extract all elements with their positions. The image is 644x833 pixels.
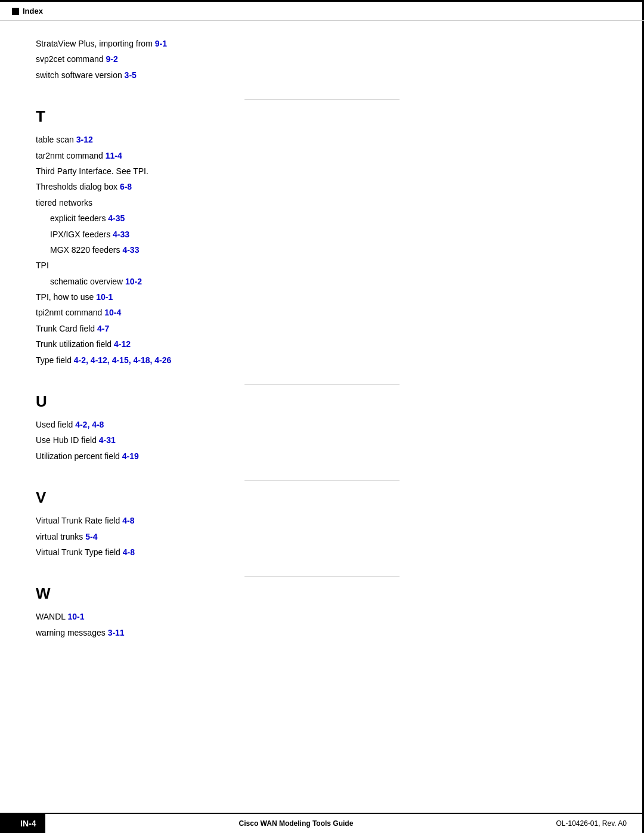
footer-title: Cisco WAN Modeling Tools Guide: [239, 819, 354, 828]
list-item: StrataView Plus, importing from 9-1: [36, 37, 608, 50]
list-item: Use Hub ID field 4-31: [36, 433, 608, 447]
list-item: IPX/IGX feeders 4-33: [50, 228, 608, 241]
list-item: explicit feeders 4-35: [50, 212, 608, 225]
section-T: T table scan 3-12 tar2nmt command 11-4 T…: [36, 100, 608, 367]
list-item: svp2cet command 9-2: [36, 52, 608, 66]
list-item: virtual trunks 5-4: [36, 530, 608, 543]
list-item: Virtual Trunk Rate field 4-8: [36, 514, 608, 527]
list-item: Used field 4-2, 4-8: [36, 418, 608, 431]
section-V: V Virtual Trunk Rate field 4-8 virtual t…: [36, 481, 608, 559]
section-U: U Used field 4-2, 4-8 Use Hub ID field 4…: [36, 385, 608, 463]
footer-right: OL-10426-01, Rev. A0: [546, 814, 636, 833]
page-container: Index StrataView Plus, importing from 9-…: [0, 0, 644, 833]
section-divider: [244, 385, 400, 385]
footer-center: Cisco WAN Modeling Tools Guide: [45, 814, 546, 833]
list-item: Virtual Trunk Type field 4-8: [36, 546, 608, 559]
list-item: table scan 3-12: [36, 133, 608, 146]
list-item: schematic overview 10-2: [50, 275, 608, 288]
section-letter-U: U: [36, 392, 608, 411]
list-item: Third Party Interface. See TPI.: [36, 165, 608, 178]
header-index: Index: [12, 7, 43, 16]
list-item: tar2nmt command 11-4: [36, 149, 608, 162]
footer-triangle-icon: [10, 819, 16, 828]
list-item: Trunk Card field 4-7: [36, 322, 608, 335]
list-item: TPI: [36, 259, 608, 272]
list-item: Thresholds dialog box 6-8: [36, 180, 608, 193]
footer-doc-ref: OL-10426-01, Rev. A0: [556, 819, 627, 828]
section-divider: [244, 100, 400, 100]
section-divider: [244, 577, 400, 577]
section-divider: [244, 481, 400, 481]
list-item: switch software version 3-5: [36, 69, 608, 82]
list-item: MGX 8220 feeders 4-33: [50, 243, 608, 256]
list-item: Utilization percent field 4-19: [36, 450, 608, 463]
page-header: Index: [0, 2, 644, 21]
intro-entries: StrataView Plus, importing from 9-1 svp2…: [36, 37, 608, 82]
header-label: Index: [23, 7, 43, 16]
section-letter-V: V: [36, 488, 608, 507]
list-item: Type field 4-2, 4-12, 4-15, 4-18, 4-26: [36, 354, 608, 367]
list-item: tiered networks: [36, 196, 608, 209]
footer-page-number: IN-4: [0, 814, 45, 833]
list-item: tpi2nmt command 10-4: [36, 306, 608, 319]
section-letter-W: W: [36, 584, 608, 603]
page-footer: IN-4 Cisco WAN Modeling Tools Guide OL-1…: [0, 813, 644, 833]
list-item: TPI, how to use 10-1: [36, 290, 608, 304]
section-letter-T: T: [36, 107, 608, 126]
list-item: WANDL 10-1: [36, 610, 608, 623]
list-item: warning messages 3-11: [36, 626, 608, 639]
section-W: W WANDL 10-1 warning messages 3-11: [36, 577, 608, 639]
list-item: Trunk utilization field 4-12: [36, 337, 608, 351]
header-square-icon: [12, 8, 19, 15]
main-content: StrataView Plus, importing from 9-1 svp2…: [0, 25, 644, 693]
